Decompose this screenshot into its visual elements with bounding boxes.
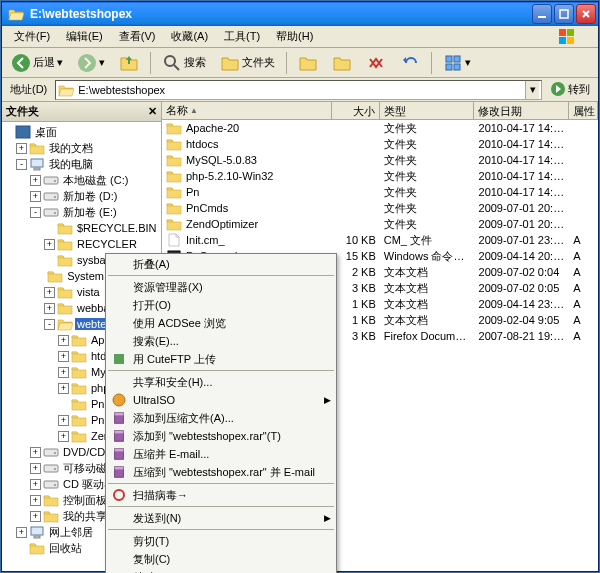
context-menu-item[interactable]: UltraISO▶ [107, 391, 335, 409]
expand-icon[interactable]: + [30, 175, 41, 186]
collapse-icon[interactable]: - [30, 207, 41, 218]
context-menu-item[interactable]: 添加到 "webtestshopex.rar"(T) [107, 427, 335, 445]
context-menu-item[interactable]: 发送到(N)▶ [107, 509, 335, 527]
move-to-button[interactable] [293, 50, 323, 76]
context-menu-item[interactable]: 用 CuteFTP 上传 [107, 350, 335, 368]
collapse-icon[interactable]: - [16, 159, 27, 170]
address-input[interactable]: E:\webtestshopex ▾ [55, 80, 542, 100]
expand-icon[interactable]: + [30, 463, 41, 474]
expand-icon[interactable]: + [30, 495, 41, 506]
expand-icon[interactable]: + [58, 415, 69, 426]
expand-icon[interactable]: + [30, 447, 41, 458]
menu-separator [108, 529, 334, 530]
menu-tools[interactable]: 工具(T) [216, 27, 268, 46]
drive-rem-icon [43, 461, 59, 475]
context-menu-item[interactable]: 复制(C) [107, 550, 335, 568]
search-label: 搜索 [184, 55, 206, 70]
folder-icon [58, 83, 74, 97]
maximize-button[interactable] [554, 4, 574, 24]
close-pane-button[interactable]: ✕ [148, 105, 157, 118]
context-menu-item[interactable]: 共享和安全(H)... [107, 373, 335, 391]
context-menu-item[interactable]: 压缩并 E-mail... [107, 445, 335, 463]
minimize-button[interactable] [532, 4, 552, 24]
folder-icon [57, 285, 73, 299]
search-button[interactable]: 搜索 [157, 50, 211, 76]
tree-label: RECYCLER [75, 238, 139, 250]
expand-icon[interactable]: + [58, 383, 69, 394]
column-type[interactable]: 类型 [380, 102, 475, 119]
context-menu-item[interactable]: 添加到压缩文件(A)... [107, 409, 335, 427]
tree-node[interactable]: +我的文档 [2, 140, 161, 156]
context-menu-item[interactable]: 压缩到 "webtestshopex.rar" 并 E-mail [107, 463, 335, 481]
expand-icon[interactable]: + [58, 431, 69, 442]
folder-icon [71, 429, 87, 443]
tree-node[interactable]: -新加卷 (E:) [2, 204, 161, 220]
tree-node[interactable]: 桌面 [2, 124, 161, 140]
column-name[interactable]: 名称▲ [162, 102, 332, 119]
context-menu-item[interactable]: 资源管理器(X) [107, 278, 335, 296]
expand-icon[interactable]: + [44, 287, 55, 298]
file-row[interactable]: php-5.2.10-Win32文件夹2010-04-17 14:10 [162, 168, 598, 184]
back-button[interactable]: 后退 ▾ [6, 50, 68, 76]
column-size[interactable]: 大小 [332, 102, 380, 119]
file-row[interactable]: Pn文件夹2010-04-17 14:11 [162, 184, 598, 200]
context-menu-item[interactable]: 扫描病毒→ [107, 486, 335, 504]
up-icon [119, 53, 139, 73]
views-button[interactable]: ▾ [438, 50, 476, 76]
context-menu-item[interactable]: 粘贴(P) [107, 568, 335, 573]
tree-node[interactable]: +RECYCLER [2, 236, 161, 252]
forward-button[interactable]: ▾ [72, 50, 110, 76]
menu-favorites[interactable]: 收藏(A) [163, 27, 216, 46]
column-headers: 名称▲ 大小 类型 修改日期 属性 [162, 102, 598, 120]
context-menu-item[interactable]: 折叠(A) [107, 255, 335, 273]
expand-icon[interactable]: + [44, 239, 55, 250]
copy-to-button[interactable] [327, 50, 357, 76]
folder-icon [71, 413, 87, 427]
file-row[interactable]: PnCmds文件夹2009-07-01 20:14 [162, 200, 598, 216]
context-menu-item[interactable]: 剪切(T) [107, 532, 335, 550]
expand-icon[interactable]: + [58, 351, 69, 362]
go-button[interactable]: 转到 [546, 81, 594, 99]
up-button[interactable] [114, 50, 144, 76]
file-row[interactable]: ZendOptimizer文件夹2009-07-01 20:14 [162, 216, 598, 232]
menu-view[interactable]: 查看(V) [111, 27, 164, 46]
expand-icon[interactable]: + [30, 191, 41, 202]
expand-icon[interactable]: + [44, 303, 55, 314]
tree-node[interactable]: +本地磁盘 (C:) [2, 172, 161, 188]
column-date[interactable]: 修改日期 [474, 102, 569, 119]
expand-icon[interactable]: + [30, 511, 41, 522]
delete-button[interactable] [361, 50, 391, 76]
menu-label: 用 CuteFTP 上传 [133, 352, 216, 367]
dvd-icon [43, 477, 59, 491]
chevron-down-icon[interactable]: ▾ [525, 81, 539, 99]
tree-label: 桌面 [33, 125, 59, 140]
tree-node[interactable]: -我的电脑 [2, 156, 161, 172]
context-menu-item[interactable]: 使用 ACDSee 浏览 [107, 314, 335, 332]
svg-rect-12 [559, 29, 566, 36]
file-size: 3 KB [332, 282, 380, 294]
menu-help[interactable]: 帮助(H) [268, 27, 321, 46]
file-row[interactable]: MySQL-5.0.83文件夹2010-04-17 14:10 [162, 152, 598, 168]
context-menu-item[interactable]: 搜索(E)... [107, 332, 335, 350]
expand-icon[interactable]: + [58, 335, 69, 346]
tree-node[interactable]: +新加卷 (D:) [2, 188, 161, 204]
menu-file[interactable]: 文件(F) [6, 27, 58, 46]
close-button[interactable] [576, 4, 596, 24]
file-row[interactable]: Init.cm_10 KBCM_ 文件2009-07-01 23:52A [162, 232, 598, 248]
expand-icon[interactable]: + [30, 479, 41, 490]
context-menu-item[interactable]: 打开(O) [107, 296, 335, 314]
collapse-icon[interactable]: - [44, 319, 55, 330]
file-row[interactable]: htdocs文件夹2010-04-17 14:10 [162, 136, 598, 152]
menu-edit[interactable]: 编辑(E) [58, 27, 111, 46]
folders-button[interactable]: 文件夹 [215, 50, 280, 76]
expand-icon[interactable]: + [16, 527, 27, 538]
svg-rect-15 [567, 37, 574, 44]
tree-node[interactable]: $RECYCLE.BIN [2, 220, 161, 236]
column-attr[interactable]: 属性 [569, 102, 598, 119]
undo-button[interactable] [395, 50, 425, 76]
expand-icon[interactable]: + [16, 143, 27, 154]
file-row[interactable]: Apache-20文件夹2010-04-17 14:10 [162, 120, 598, 136]
expand-icon[interactable]: + [58, 367, 69, 378]
titlebar[interactable]: E:\webtestshopex [2, 2, 598, 26]
context-menu[interactable]: 折叠(A)资源管理器(X)打开(O)使用 ACDSee 浏览搜索(E)...用 … [105, 253, 337, 573]
